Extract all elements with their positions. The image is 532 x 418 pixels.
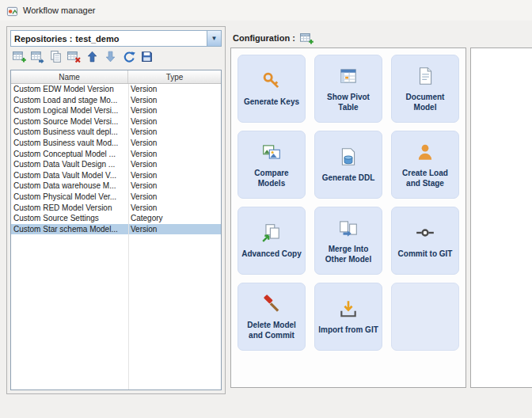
table-cell: Custom Business vault depl... [11, 127, 128, 138]
copy-icon[interactable] [48, 48, 63, 64]
table-cell: Version [128, 138, 221, 149]
table-cell: Version [128, 224, 221, 235]
document-icon [415, 66, 435, 86]
delete-commit-icon [261, 294, 282, 314]
repositories-combo[interactable]: Repositories : test_demo ▼ [10, 30, 222, 47]
table-cell: Custom Data Vault Design ... [11, 159, 128, 170]
configuration-header: Configuration : [233, 30, 314, 46]
tile-import-from-git[interactable]: Import from GIT [314, 283, 382, 351]
table-cell: Version [128, 149, 221, 160]
table-row[interactable]: Custom Logical Model Versi...Version [11, 105, 221, 116]
table-cell: Custom Conceptual Model ... [11, 149, 128, 160]
repository-value: test_demo [72, 34, 119, 44]
tile-document-model[interactable]: Document Model [391, 55, 459, 123]
tile-label: Generate DDL [322, 173, 375, 183]
tile-label: Generate Keys [244, 97, 299, 107]
window-title: Workflow manager [23, 6, 96, 15]
move-up-icon[interactable] [84, 48, 100, 64]
left-toolbar [10, 47, 222, 66]
table-cell: Custom Logical Model Versi... [11, 105, 128, 116]
table-row[interactable]: Custom Business vault depl...Version [11, 127, 221, 138]
table-header: Name Type [11, 70, 221, 84]
table-cell: Custom Source Model Versi... [11, 116, 128, 127]
tile-show-pivot-table[interactable]: Show Pivot Table [314, 55, 382, 123]
key-icon [261, 70, 282, 91]
combo-dropdown-button[interactable]: ▼ [207, 31, 221, 46]
table-row[interactable]: Custom Data warehouse M...Version [11, 180, 221, 192]
table-cell: Custom Physical Model Ver... [11, 192, 128, 203]
table-row[interactable]: Custom Load and stage Mo...Version [11, 95, 221, 106]
tile-label: Compare Models [241, 168, 302, 188]
table-cell: Version [128, 192, 221, 203]
tile-generate-ddl[interactable]: Generate DDL [314, 131, 382, 199]
table-cell: Custom Load and stage Mo... [11, 95, 128, 106]
table-row[interactable]: Custom EDW Model VersionVersion [11, 84, 221, 95]
load-stage-icon [415, 142, 435, 162]
table-cell: Custom Data Vault Model V... [11, 170, 128, 181]
repositories-label: Repositories : [11, 34, 72, 44]
add-config-icon[interactable] [300, 32, 314, 45]
tile-advanced-copy[interactable]: Advanced Copy [238, 207, 306, 275]
table-row[interactable]: Custom Business vault Mod...Version [11, 138, 221, 149]
table-row[interactable]: Custom Source Model Versi...Version [11, 116, 221, 127]
table-cell: Version [128, 84, 221, 95]
repo-table-body: Custom EDW Model VersionVersionCustom Lo… [11, 84, 221, 234]
table-cell: Version [128, 127, 221, 138]
database-document-icon [338, 146, 359, 167]
tile-compare-models[interactable]: Compare Models [238, 131, 306, 199]
compare-icon [261, 142, 282, 162]
tile-label: Create Load and Stage [395, 168, 455, 188]
table-cell: Version [128, 116, 221, 127]
table-cell: Version [128, 203, 221, 214]
table-cell: Custom Business vault Mod... [11, 138, 128, 149]
table-cell: Version [128, 95, 221, 106]
table-cell: Version [128, 170, 221, 181]
move-down-icon[interactable] [102, 48, 118, 64]
detail-panel [470, 48, 532, 388]
configuration-panel: Generate KeysShow Pivot TableDocument Mo… [230, 48, 466, 388]
repo-table: Name Type Custom EDW Model VersionVersio… [10, 70, 222, 390]
table-cell: Custom Data warehouse M... [11, 180, 128, 192]
tiles-grid: Generate KeysShow Pivot TableDocument Mo… [231, 48, 466, 357]
tile-label: Delete Model and Commit [241, 320, 302, 340]
save-icon[interactable] [139, 48, 154, 64]
merge-icon [338, 218, 359, 238]
tile-label: Import from GIT [318, 325, 378, 335]
table-cell: Custom Star schema Model... [11, 224, 128, 235]
new-table-icon[interactable] [11, 48, 27, 64]
table-cell: Category [128, 213, 221, 224]
delete-table-icon[interactable] [66, 48, 82, 64]
table-cell: Version [128, 159, 221, 170]
pivot-table-icon [338, 66, 359, 86]
app-icon [6, 5, 18, 17]
table-cell: Custom Source Settings [11, 213, 128, 224]
table-cell: Custom RED Model Version [11, 203, 128, 214]
table-row[interactable]: Custom Conceptual Model ...Version [11, 149, 221, 160]
tile-generate-keys[interactable]: Generate Keys [238, 55, 306, 123]
tile-label: Show Pivot Table [318, 92, 378, 112]
tile-empty[interactable] [391, 283, 459, 351]
table-row[interactable]: Custom Data Vault Design ...Version [11, 159, 221, 170]
duplicate-table-icon[interactable] [29, 48, 45, 64]
commit-git-icon [415, 222, 435, 243]
titlebar: Workflow manager [0, 0, 532, 21]
table-row[interactable]: Custom Physical Model Ver...Version [11, 192, 221, 203]
tile-commit-to-git[interactable]: Commit to GIT [391, 207, 459, 275]
refresh-icon[interactable] [120, 48, 136, 64]
tile-merge-into-other-model[interactable]: Merge Into Other Model [314, 207, 382, 275]
tile-create-load-and-stage[interactable]: Create Load and Stage [391, 131, 459, 199]
name-column-header[interactable]: Name [11, 70, 128, 83]
table-row[interactable]: Custom Star schema Model...Version [11, 224, 221, 235]
tile-delete-model-and-commit[interactable]: Delete Model and Commit [238, 283, 306, 351]
repositories-panel: Repositories : test_demo ▼ Name Type Cus… [6, 26, 226, 394]
advanced-copy-icon [261, 222, 282, 243]
tile-label: Commit to GIT [398, 249, 453, 259]
table-cell: Version [128, 105, 221, 116]
tile-label: Document Model [395, 92, 455, 112]
table-cell: Version [128, 180, 221, 192]
type-column-header[interactable]: Type [128, 70, 221, 83]
table-row[interactable]: Custom Data Vault Model V...Version [11, 170, 221, 181]
configuration-label: Configuration : [233, 33, 295, 43]
table-row[interactable]: Custom RED Model VersionVersion [11, 203, 221, 214]
table-row[interactable]: Custom Source SettingsCategory [11, 213, 221, 224]
